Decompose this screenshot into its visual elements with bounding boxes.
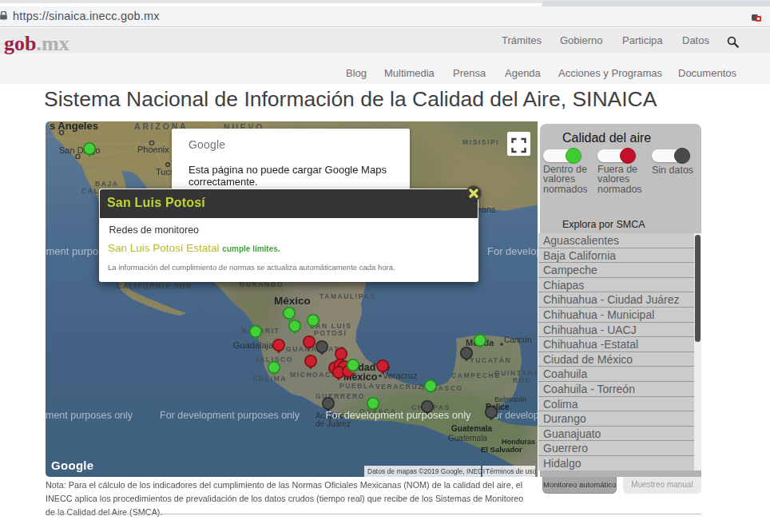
svg-text:GUERRERO: GUERRERO bbox=[316, 392, 365, 400]
svg-text:COLIMA: COLIMA bbox=[252, 375, 287, 383]
svg-text:ROO: ROO bbox=[513, 376, 532, 384]
svg-text:México: México bbox=[274, 295, 311, 307]
svg-text:Datos de mapas ©2019 Google, I: Datos de mapas ©2019 Google, INEGI bbox=[367, 467, 485, 475]
svg-text:Belmopán: Belmopán bbox=[494, 395, 527, 403]
svg-text:Phoenix: Phoenix bbox=[137, 145, 169, 154]
svg-text:PUEBLA: PUEBLA bbox=[339, 382, 375, 390]
svg-text:Google: Google bbox=[51, 459, 93, 472]
svg-text:For development purposes only: For development purposes only bbox=[160, 410, 300, 421]
svg-text:TAMAULIPAS: TAMAULIPAS bbox=[320, 292, 375, 300]
svg-text:Guatemala: Guatemala bbox=[451, 424, 493, 433]
svg-text:Guatemala: Guatemala bbox=[448, 434, 487, 443]
svg-text:VERACRUZ: VERACRUZ bbox=[375, 383, 423, 391]
svg-text:MISISIPI: MISISIPI bbox=[462, 138, 499, 146]
svg-text:Términos de uso: Términos de uso bbox=[486, 467, 537, 475]
svg-text:de Juárez: de Juárez bbox=[316, 419, 351, 428]
svg-text:CAMPECHE: CAMPECHE bbox=[451, 371, 500, 379]
svg-text:ment purposes only: ment purposes only bbox=[46, 410, 133, 421]
svg-text:For development purposes only: For development purposes only bbox=[326, 409, 472, 421]
svg-text:YUCATÁN: YUCATÁN bbox=[470, 356, 511, 364]
svg-text:Cancún: Cancún bbox=[504, 335, 531, 344]
svg-text:s Angeles: s Angeles bbox=[50, 121, 98, 132]
svg-text:For development purposes only: For development purposes only bbox=[487, 245, 538, 257]
svg-text:POTOSÍ: POTOSÍ bbox=[314, 329, 347, 337]
svg-text:CALIFORNIA SUR: CALIFORNIA SUR bbox=[117, 282, 192, 290]
svg-text:El Salvador: El Salvador bbox=[481, 445, 522, 454]
